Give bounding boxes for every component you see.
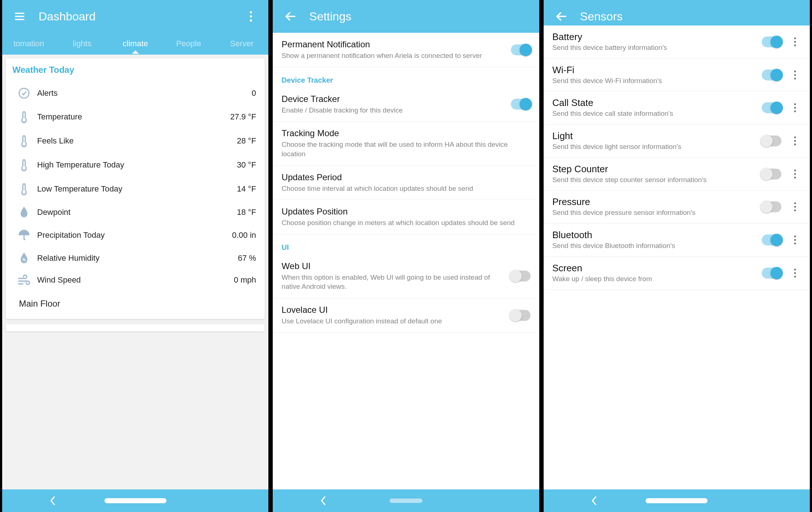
setting-desc: Choose time interval at which location u… [281, 184, 524, 193]
svg-point-4 [250, 15, 252, 17]
floor-label: Main Floor [12, 291, 258, 311]
svg-point-13 [794, 70, 796, 72]
nav-home-pill[interactable] [646, 498, 707, 503]
svg-point-17 [794, 107, 796, 109]
page-title: Dashboard [39, 10, 96, 23]
setting-title: Web UI [281, 261, 505, 271]
more-icon[interactable] [788, 136, 803, 146]
sensor-row[interactable]: BluetoothSend this device Bluetooth info… [544, 224, 810, 257]
setting-row[interactable]: Permanent NotificationShow a permanent n… [273, 33, 539, 67]
more-icon[interactable] [788, 103, 803, 113]
back-icon[interactable] [552, 8, 570, 25]
tab-server[interactable]: Server [215, 34, 268, 54]
svg-point-11 [794, 41, 796, 43]
nav-home-pill[interactable] [390, 499, 422, 503]
tab-people[interactable]: People [162, 34, 215, 54]
svg-point-29 [794, 239, 796, 241]
more-icon[interactable] [242, 8, 260, 25]
android-navbar [544, 489, 810, 512]
sensor-desc: Send this device Bluetooth information's [552, 241, 757, 251]
toggle-switch[interactable] [762, 36, 781, 47]
nav-back-icon[interactable] [320, 496, 327, 505]
settings-list: Permanent NotificationShow a permanent n… [273, 33, 539, 489]
nav-back-icon[interactable] [50, 496, 56, 505]
more-icon[interactable] [788, 235, 803, 245]
sensor-row[interactable]: ScreenWake up / sleep this device from [544, 257, 810, 290]
thermometer-icon [15, 182, 33, 196]
toggle-switch[interactable] [762, 135, 781, 146]
setting-row[interactable]: Updates PositionChoose position change i… [273, 200, 539, 235]
weather-row: Alerts 0 [12, 82, 258, 105]
toggle-switch[interactable] [762, 169, 781, 180]
setting-row[interactable]: Tracking ModeChoose the tracking mode th… [273, 122, 539, 165]
tab-automation[interactable]: tomation [2, 34, 55, 54]
toggle-switch[interactable] [762, 268, 781, 279]
svg-point-6 [19, 88, 29, 98]
droplet-icon [15, 206, 33, 218]
setting-title: Tracking Mode [281, 128, 524, 138]
android-navbar [273, 489, 539, 512]
tabs: tomation lights climate People Server [2, 33, 268, 55]
svg-point-30 [794, 243, 796, 244]
menu-icon[interactable] [11, 8, 28, 25]
more-icon[interactable] [788, 268, 803, 278]
more-icon[interactable] [788, 70, 803, 80]
sensor-row[interactable]: Step CounterSend this device step counte… [544, 158, 810, 191]
sensors-list: BatterySend this device battery informat… [544, 25, 810, 489]
svg-point-20 [794, 140, 796, 142]
toggle-switch[interactable] [762, 102, 781, 113]
sensor-title: Bluetooth [552, 229, 757, 241]
sensors-panel: Sensors BatterySend this device battery … [541, 0, 812, 512]
back-icon[interactable] [281, 8, 299, 25]
weather-row: High Temperature Today 30 °F [12, 153, 258, 177]
setting-title: Updates Position [281, 206, 524, 217]
sensor-row[interactable]: LightSend this device light sensor infor… [544, 125, 810, 158]
thermometer-icon [15, 134, 33, 148]
nav-back-icon[interactable] [591, 496, 598, 505]
row-value: 0 [252, 88, 256, 98]
row-value: 28 °F [237, 136, 256, 146]
sensor-row[interactable]: Call StateSend this device call state in… [544, 91, 810, 125]
sensor-row[interactable]: Wi-FiSend this device Wi-Fi information'… [544, 59, 810, 92]
sensor-desc: Send this device call state information'… [552, 109, 757, 118]
setting-row[interactable]: Lovelace UIUse Lovelace UI configuration… [273, 298, 539, 333]
more-icon[interactable] [788, 169, 803, 179]
sensor-row[interactable]: PressureSend this device pressure sensor… [544, 190, 810, 224]
humidity-icon: % [15, 252, 33, 264]
sensor-title: Step Counter [552, 164, 757, 175]
svg-point-5 [250, 19, 252, 21]
setting-desc: Show a permanent notification when Ariel… [281, 51, 505, 60]
row-label: High Temperature Today [33, 160, 237, 170]
row-value: 27.9 °F [230, 112, 256, 122]
weather-row: Wind Speed 0 mph [12, 269, 258, 291]
toggle-switch[interactable] [762, 70, 781, 80]
setting-row[interactable]: Web UIWhen this option is enabled, Web U… [273, 255, 539, 298]
setting-row[interactable]: Updates PeriodChoose time interval at wh… [273, 166, 539, 200]
weather-row: % Relative Humidity 67 % [12, 247, 258, 269]
toggle-switch[interactable] [511, 99, 531, 110]
toggle-switch[interactable] [762, 201, 781, 212]
setting-desc: Choose position change in meters at whic… [281, 218, 524, 228]
toggle-switch[interactable] [511, 310, 531, 321]
sensor-desc: Wake up / sleep this device from [552, 275, 757, 284]
weather-row: Precipitation Today 0.00 in [12, 224, 258, 247]
row-value: 0.00 in [232, 231, 256, 240]
setting-title: Updates Period [281, 172, 524, 182]
tab-climate[interactable]: climate [109, 34, 162, 54]
card-title: Weather Today [12, 65, 258, 75]
svg-point-14 [794, 74, 796, 76]
row-value: 18 °F [237, 208, 256, 217]
setting-row[interactable]: Device TrackerEnable / Disable tracking … [273, 87, 539, 122]
toggle-switch[interactable] [511, 44, 531, 55]
sensor-row[interactable]: BatterySend this device battery informat… [544, 25, 810, 59]
nav-home-pill[interactable] [105, 498, 166, 503]
toggle-switch[interactable] [762, 235, 781, 245]
svg-point-19 [794, 137, 796, 138]
more-icon[interactable] [788, 202, 803, 212]
svg-point-12 [794, 44, 796, 46]
more-icon[interactable] [788, 37, 803, 47]
tab-lights[interactable]: lights [55, 34, 109, 54]
toggle-switch[interactable] [511, 271, 531, 281]
weather-row: Dewpoint 18 °F [12, 201, 258, 224]
row-label: Feels Like [33, 136, 237, 146]
